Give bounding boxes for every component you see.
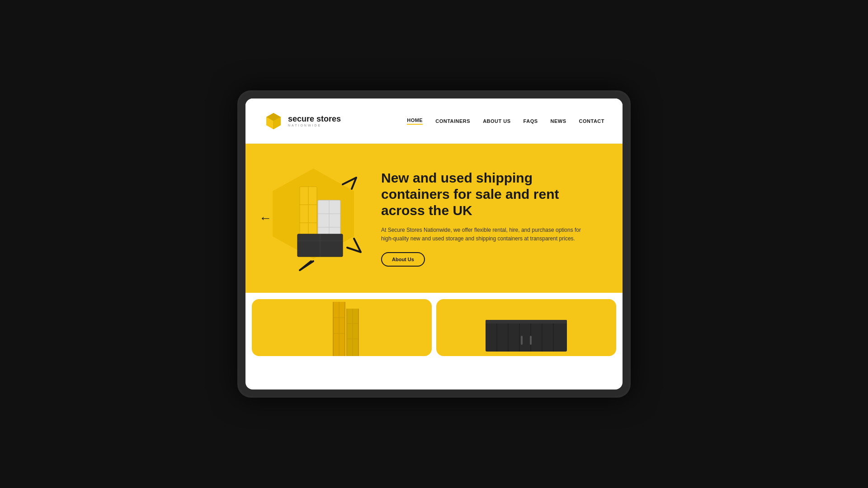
card-dark-container[interactable] <box>436 299 616 356</box>
nav-item-news[interactable]: NEWS <box>551 118 566 124</box>
cards-row <box>245 293 623 356</box>
prev-arrow[interactable]: ← <box>259 211 272 225</box>
nav-item-about[interactable]: ABOUT US <box>483 118 510 124</box>
dark-container-illustration <box>481 299 571 356</box>
tablet-frame: secure stores NATIONWIDE HOME CONTAINERS… <box>237 90 631 398</box>
header: secure stores NATIONWIDE HOME CONTAINERS… <box>245 99 623 144</box>
hero-image-area: ← <box>255 144 372 293</box>
logo-area: secure stores NATIONWIDE <box>264 111 341 131</box>
logo-subtitle: NATIONWIDE <box>288 124 341 127</box>
hero-title: New and used shipping containers for sal… <box>381 170 604 219</box>
tablet-screen: secure stores NATIONWIDE HOME CONTAINERS… <box>245 99 623 389</box>
nav-item-contact[interactable]: CONTACT <box>579 118 604 124</box>
nav-item-home[interactable]: HOME <box>407 117 423 125</box>
nav-item-faqs[interactable]: FAQS <box>524 118 538 124</box>
card-2-image <box>436 299 616 356</box>
svg-rect-27 <box>486 320 567 352</box>
svg-rect-28 <box>486 320 567 324</box>
svg-rect-36 <box>530 336 532 345</box>
yellow-container-illustration <box>310 299 373 356</box>
hero-description: At Secure Stores Nationwide, we offer fl… <box>381 226 589 243</box>
card-yellow-containers[interactable] <box>252 299 432 356</box>
logo-text-block: secure stores NATIONWIDE <box>288 115 341 127</box>
hero-content: New and used shipping containers for sal… <box>372 170 604 267</box>
hero-illustration <box>264 164 363 272</box>
about-us-button[interactable]: About Us <box>381 252 425 267</box>
main-nav: HOME CONTAINERS ABOUT US FAQS NEWS CONTA… <box>407 117 604 125</box>
card-1-image <box>252 299 432 356</box>
logo-title: secure stores <box>288 115 341 124</box>
svg-rect-35 <box>521 336 523 345</box>
logo-icon <box>264 111 283 131</box>
nav-item-containers[interactable]: CONTAINERS <box>435 118 470 124</box>
hero-section: ← <box>245 144 623 293</box>
